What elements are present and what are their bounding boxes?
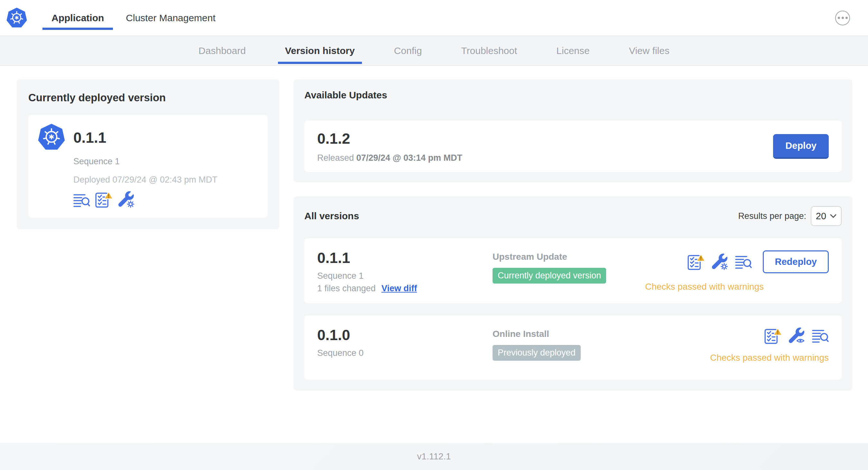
tab-application[interactable]: Application: [42, 0, 113, 36]
app-logo: [6, 0, 27, 36]
overflow-menu-button[interactable]: [835, 11, 850, 25]
update-released-date: Released 07/29/24 @ 03:14 pm MDT: [317, 153, 773, 163]
checks-status-text: Checks passed with warnings: [710, 352, 829, 363]
current-version-deployed-date: Deployed 07/29/24 @ 02:43 pm MDT: [73, 175, 217, 185]
console-version: v1.112.1: [417, 451, 451, 462]
view-config-eye-icon[interactable]: [789, 328, 806, 344]
currently-deployed-inner-card: 0.1.1 Sequence 1 Deployed 07/29/24 @ 02:…: [28, 115, 268, 217]
kubernetes-logo-icon: [6, 8, 27, 28]
results-per-page-select[interactable]: 20: [811, 206, 842, 226]
files-changed-label: 1 files changed: [317, 283, 376, 294]
row-sequence: Sequence 0: [317, 348, 493, 358]
update-version-number: 0.1.2: [317, 130, 773, 147]
available-updates-card: Available Updates 0.1.2 Released 07/29/2…: [293, 79, 852, 182]
preflight-checks-warning-icon[interactable]: [687, 254, 706, 270]
preflight-checks-warning-icon[interactable]: [765, 328, 782, 344]
kubernetes-app-icon: [38, 124, 65, 208]
available-update-row: 0.1.2 Released 07/29/24 @ 03:14 pm MDT D…: [304, 121, 842, 172]
version-row-0-1-1: 0.1.1 Sequence 1 1 files changed View di…: [304, 238, 842, 303]
tab-license[interactable]: License: [549, 36, 596, 65]
tab-dashboard[interactable]: Dashboard: [191, 36, 253, 65]
currently-deployed-badge: Currently deployed version: [493, 268, 606, 283]
top-header: Application Cluster Management: [0, 0, 868, 36]
app-subnav: Dashboard Version history Config Trouble…: [0, 36, 868, 66]
app-window: Application Cluster Management Dashboard…: [0, 0, 868, 470]
page-footer: v1.112.1: [0, 443, 868, 470]
checks-status-text: Checks passed with warnings: [645, 281, 764, 292]
row-version-number: 0.1.0: [317, 326, 493, 344]
row-sequence: Sequence 1: [317, 271, 493, 281]
currently-deployed-title: Currently deployed version: [28, 92, 268, 104]
version-row-0-1-0: 0.1.0 Sequence 0 Online Install Previous…: [304, 315, 842, 380]
tab-troubleshoot[interactable]: Troubleshoot: [454, 36, 524, 65]
previously-deployed-badge: Previously deployed: [493, 345, 581, 361]
header-tabs: Application Cluster Management: [42, 0, 224, 36]
row-source-label: Upstream Update: [493, 252, 645, 262]
logs-icon[interactable]: [73, 193, 90, 208]
header-spacer: [224, 0, 835, 36]
tab-view-files[interactable]: View files: [622, 36, 677, 65]
current-version-column: Currently deployed version 0.1.1 Sequenc…: [17, 79, 279, 229]
all-versions-title: All versions: [304, 210, 738, 222]
row-version-number: 0.1.1: [317, 249, 493, 267]
ellipsis-icon: [838, 17, 840, 19]
results-per-page-label: Results per page:: [738, 211, 806, 221]
main-content: Currently deployed version 0.1.1 Sequenc…: [0, 66, 868, 443]
redeploy-button[interactable]: Redeploy: [763, 250, 829, 273]
all-versions-card: All versions Results per page: 20 0.1.1 …: [293, 196, 852, 391]
edit-config-icon[interactable]: [118, 191, 135, 208]
current-version-sequence: Sequence 1: [73, 157, 217, 167]
tab-config[interactable]: Config: [387, 36, 429, 65]
logs-icon[interactable]: [735, 254, 752, 270]
tab-cluster-management[interactable]: Cluster Management: [117, 0, 224, 36]
tab-version-history[interactable]: Version history: [278, 36, 362, 65]
row-source-label: Online Install: [493, 329, 710, 339]
current-version-number: 0.1.1: [73, 124, 217, 152]
available-updates-title: Available Updates: [304, 90, 842, 101]
deploy-button[interactable]: Deploy: [773, 134, 829, 159]
chevron-down-icon: [830, 214, 836, 218]
currently-deployed-card: Currently deployed version 0.1.1 Sequenc…: [17, 79, 279, 229]
view-diff-link[interactable]: View diff: [381, 283, 417, 294]
version-history-column: Available Updates 0.1.2 Released 07/29/2…: [293, 79, 852, 391]
logs-icon[interactable]: [812, 328, 829, 344]
preflight-checks-warning-icon[interactable]: [95, 191, 113, 208]
edit-config-gear-icon[interactable]: [712, 254, 729, 270]
